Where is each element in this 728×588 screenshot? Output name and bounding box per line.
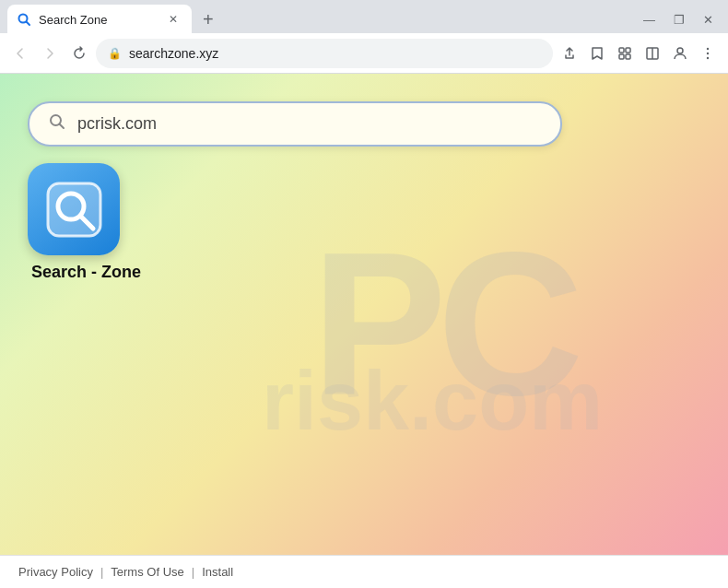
footer-separator-1: | [100, 565, 103, 579]
footer-separator-2: | [192, 565, 194, 579]
watermark-risk: risk.com [262, 353, 603, 448]
tab-favicon [17, 12, 31, 27]
url-input[interactable] [129, 46, 541, 61]
active-tab[interactable]: Search Zone ✕ [7, 5, 192, 34]
svg-rect-4 [619, 54, 624, 59]
search-icon [48, 112, 66, 135]
svg-point-11 [707, 56, 709, 58]
tab-close-button[interactable]: ✕ [166, 12, 181, 27]
new-tab-button[interactable]: + [195, 6, 221, 34]
search-box-container [28, 101, 562, 147]
privacy-policy-link[interactable]: Privacy Policy [18, 565, 93, 579]
logo-area: Search - Zone [28, 163, 141, 282]
page-content: PC risk.com Search - Zone [0, 74, 728, 555]
svg-point-8 [677, 48, 683, 53]
title-bar: Search Zone ✕ + — ❐ ✕ [0, 0, 728, 33]
svg-rect-2 [619, 48, 624, 53]
tab-title: Search Zone [39, 13, 159, 27]
lock-icon: 🔒 [108, 47, 122, 60]
search-box [28, 101, 562, 147]
tab-strip: Search Zone ✕ [7, 5, 192, 34]
svg-line-13 [60, 124, 65, 129]
bookmark-button[interactable] [584, 41, 610, 66]
back-button[interactable] [7, 41, 33, 66]
split-view-button[interactable] [640, 41, 665, 66]
extensions-button[interactable] [612, 41, 638, 66]
reload-button[interactable] [66, 41, 92, 66]
nav-bar: 🔒 [0, 33, 728, 74]
svg-rect-5 [626, 54, 630, 59]
browser-chrome: Search Zone ✕ + — ❐ ✕ 🔒 [0, 0, 728, 74]
search-input[interactable] [77, 114, 542, 134]
profile-button[interactable] [667, 41, 693, 66]
watermark: PC [311, 223, 575, 426]
svg-line-1 [27, 22, 30, 26]
svg-point-9 [707, 47, 709, 49]
address-bar[interactable]: 🔒 [96, 39, 553, 68]
close-button[interactable]: ✕ [696, 9, 721, 30]
terms-of-use-link[interactable]: Terms Of Use [111, 565, 183, 579]
page-footer: Privacy Policy | Terms Of Use | Install [0, 555, 728, 588]
logo-label: Search - Zone [31, 263, 141, 282]
svg-rect-3 [626, 48, 630, 53]
install-link[interactable]: Install [202, 565, 233, 579]
title-bar-left: Search Zone ✕ + [7, 5, 221, 34]
share-button[interactable] [557, 41, 582, 66]
nav-actions [557, 41, 721, 66]
menu-button[interactable] [695, 41, 721, 66]
window-controls: — ❐ ✕ [636, 9, 721, 30]
forward-button[interactable] [37, 41, 63, 66]
maximize-button[interactable]: ❐ [666, 9, 692, 30]
svg-point-10 [707, 52, 709, 53]
logo-icon [28, 163, 120, 255]
minimize-button[interactable]: — [636, 9, 663, 30]
